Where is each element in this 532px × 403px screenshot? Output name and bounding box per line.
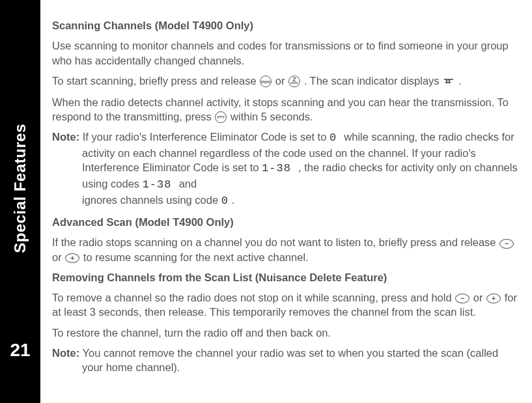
minus-button-icon: − (499, 239, 514, 249)
plus-button-icon: + (65, 253, 79, 263)
mon-button-icon: mon (260, 76, 272, 87)
text-fragment: ignores channels using code (82, 194, 221, 206)
paragraph-advanced-scan: If the radio stops scanning on a channel… (52, 235, 519, 264)
note-interference-code: Note: If your radio's Interference Elimi… (52, 130, 519, 209)
code-zero-display: 0 (221, 195, 229, 207)
note-home-channel: Note: You cannot remove the channel your… (52, 346, 519, 375)
text-fragment: If the radio stops scanning on a channel… (52, 236, 499, 248)
plus-button-icon: + (486, 294, 501, 303)
page-number: 21 (10, 340, 30, 361)
text-fragment: within 5 seconds. (231, 111, 313, 122)
z-mon-button-icon: Zmon (288, 76, 300, 87)
paragraph-detect-activity: When the radio detects channel activity,… (52, 95, 519, 124)
paragraph-remove-channel: To remove a channel so the radio does no… (52, 290, 519, 320)
text-fragment: To remove a channel so the radio does no… (52, 292, 455, 303)
text-fragment: or (52, 251, 64, 263)
sidebar-section-title: Special Features (11, 124, 29, 253)
code-zero-display: 0 (329, 132, 344, 144)
text-fragment: . The scan indicator displays (304, 75, 442, 87)
text-fragment: To start scanning, briefly press and rel… (52, 75, 259, 87)
code-range-display: 1-38 (143, 178, 179, 191)
text-fragment: to resume scanning for the next active c… (83, 251, 309, 263)
note-label: Note: (52, 347, 79, 359)
text-fragment: and (179, 178, 197, 189)
text-fragment: or (473, 292, 486, 303)
note-label: Note: (52, 131, 79, 143)
sidebar: Special Features 21 (0, 0, 40, 403)
paragraph-restore-channel: To restore the channel, turn the radio o… (52, 326, 519, 340)
code-range-display: 1-38 (262, 162, 298, 174)
document-page: Special Features 21 Scanning Channels (M… (0, 0, 532, 403)
scan-indicator-icon (443, 74, 454, 89)
paragraph-start-scanning: To start scanning, briefly press and rel… (52, 74, 519, 89)
minus-button-icon: − (455, 294, 469, 303)
heading-advanced-scan: Advanced Scan (Model T4900 Only) (52, 215, 519, 229)
paragraph-scanning-intro: Use scanning to monitor channels and cod… (52, 38, 519, 68)
text-fragment: . (458, 75, 462, 87)
ptt-button-icon: PTT (215, 111, 227, 123)
text-fragment: or (275, 75, 288, 87)
text-fragment: If your radio's Interference Eliminator … (79, 131, 329, 143)
heading-removing-channels: Removing Channels from the Scan List (Nu… (52, 270, 519, 285)
heading-scanning-channels: Scanning Channels (Model T4900 Only) (52, 18, 519, 33)
text-fragment: You cannot remove the channel your radio… (79, 347, 498, 373)
main-content: Scanning Channels (Model T4900 Only) Use… (40, 0, 532, 403)
text-fragment: . (229, 194, 234, 206)
